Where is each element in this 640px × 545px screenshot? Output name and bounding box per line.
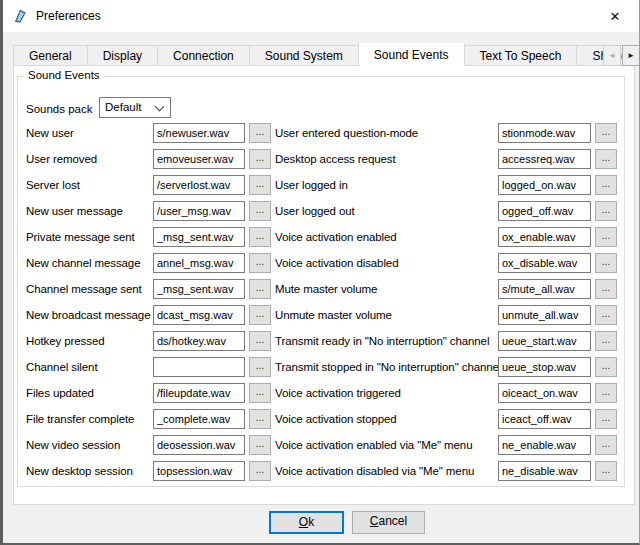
- browse-button-mute-master-volume[interactable]: ...: [595, 279, 617, 299]
- event-label-file-transfer-complete: File transfer complete: [26, 409, 149, 429]
- groupbox-title: Sound Events: [24, 69, 104, 81]
- event-file-input-new-broadcast-message[interactable]: [153, 305, 245, 325]
- ok-button[interactable]: Ok: [269, 511, 344, 534]
- browse-button-channel-silent[interactable]: ...: [249, 357, 271, 377]
- browse-button-server-lost[interactable]: ...: [249, 175, 271, 195]
- event-file-input-user-removed[interactable]: [153, 149, 245, 169]
- event-label-user-logged-out: User logged out: [275, 201, 494, 221]
- browse-button-desktop-access-request[interactable]: ...: [595, 149, 617, 169]
- event-label-channel-message-sent: Channel message sent: [26, 279, 149, 299]
- event-file-input-voice-activation-triggered[interactable]: [498, 383, 591, 403]
- browse-button-transmit-stopped-in-no-interruption-channel[interactable]: ...: [595, 357, 617, 377]
- event-label-hotkey-pressed: Hotkey pressed: [26, 331, 149, 351]
- browse-button-new-broadcast-message[interactable]: ...: [249, 305, 271, 325]
- browse-button-new-channel-message[interactable]: ...: [249, 253, 271, 273]
- browse-button-voice-activation-enabled-via-me-menu[interactable]: ...: [595, 435, 617, 455]
- event-file-input-voice-activation-disabled-via-me-menu[interactable]: [498, 461, 591, 481]
- browse-button-user-removed[interactable]: ...: [249, 149, 271, 169]
- browse-button-voice-activation-enabled[interactable]: ...: [595, 227, 617, 247]
- browse-button-transmit-ready-in-no-interruption-channel[interactable]: ...: [595, 331, 617, 351]
- browse-button-new-video-session[interactable]: ...: [249, 435, 271, 455]
- event-file-input-voice-activation-enabled-via-me-menu[interactable]: [498, 435, 591, 455]
- event-label-new-user: New user: [26, 123, 149, 143]
- browse-button-channel-message-sent[interactable]: ...: [249, 279, 271, 299]
- sounds-pack-value: Default: [105, 101, 141, 113]
- event-label-new-desktop-session: New desktop session: [26, 461, 149, 481]
- event-file-input-channel-silent[interactable]: [153, 357, 245, 377]
- event-file-input-private-message-sent[interactable]: [153, 227, 245, 247]
- event-file-input-mute-master-volume[interactable]: [498, 279, 591, 299]
- event-file-input-file-transfer-complete[interactable]: [153, 409, 245, 429]
- event-file-input-new-video-session[interactable]: [153, 435, 245, 455]
- tab-connection[interactable]: Connection: [157, 45, 250, 66]
- browse-button-voice-activation-disabled-via-me-menu[interactable]: ...: [595, 461, 617, 481]
- event-file-input-user-logged-in[interactable]: [498, 175, 591, 195]
- event-file-input-voice-activation-enabled[interactable]: [498, 227, 591, 247]
- cancel-button-label: Cancel: [353, 512, 424, 531]
- browse-button-voice-activation-stopped[interactable]: ...: [595, 409, 617, 429]
- ok-button-label: Ok: [271, 513, 342, 532]
- event-label-mute-master-volume: Mute master volume: [275, 279, 494, 299]
- event-file-input-voice-activation-stopped[interactable]: [498, 409, 591, 429]
- event-file-input-transmit-ready-in-no-interruption-channel[interactable]: [498, 331, 591, 351]
- tab-text-to-speech[interactable]: Text To Speech: [464, 45, 578, 66]
- event-label-desktop-access-request: Desktop access request: [275, 149, 494, 169]
- event-file-input-hotkey-pressed[interactable]: [153, 331, 245, 351]
- browse-button-voice-activation-disabled[interactable]: ...: [595, 253, 617, 273]
- event-label-voice-activation-triggered: Voice activation triggered: [275, 383, 494, 403]
- browse-button-user-entered-question-mode[interactable]: ...: [595, 123, 617, 143]
- app-icon: [12, 8, 28, 24]
- browse-button-new-user[interactable]: ...: [249, 123, 271, 143]
- event-file-input-channel-message-sent[interactable]: [153, 279, 245, 299]
- event-label-new-video-session: New video session: [26, 435, 149, 455]
- tab-general[interactable]: General: [13, 45, 88, 66]
- browse-button-new-user-message[interactable]: ...: [249, 201, 271, 221]
- event-label-voice-activation-disabled-via-me-menu: Voice activation disabled via "Me" menu: [275, 461, 494, 481]
- event-file-input-server-lost[interactable]: [153, 175, 245, 195]
- event-label-voice-activation-stopped: Voice activation stopped: [275, 409, 494, 429]
- browse-button-hotkey-pressed[interactable]: ...: [249, 331, 271, 351]
- event-file-input-new-user-message[interactable]: [153, 201, 245, 221]
- cancel-button[interactable]: Cancel: [352, 511, 425, 534]
- event-file-input-new-desktop-session[interactable]: [153, 461, 245, 481]
- event-label-transmit-ready-in-no-interruption-channel: Transmit ready in "No interruption" chan…: [275, 331, 494, 351]
- event-file-input-user-entered-question-mode[interactable]: [498, 123, 591, 143]
- event-label-voice-activation-enabled-via-me-menu: Voice activation enabled via "Me" menu: [275, 435, 494, 455]
- event-file-input-new-channel-message[interactable]: [153, 253, 245, 273]
- event-file-input-desktop-access-request[interactable]: [498, 149, 591, 169]
- title-bar: Preferences ✕: [3, 0, 639, 32]
- tab-scroll-left-button[interactable]: ◄: [603, 45, 621, 66]
- event-file-input-files-updated[interactable]: [153, 383, 245, 403]
- event-label-private-message-sent: Private message sent: [26, 227, 149, 247]
- event-file-input-unmute-master-volume[interactable]: [498, 305, 591, 325]
- event-label-new-user-message: New user message: [26, 201, 149, 221]
- tab-sound-events[interactable]: Sound Events: [358, 43, 465, 66]
- browse-button-private-message-sent[interactable]: ...: [249, 227, 271, 247]
- sounds-pack-select[interactable]: Default: [99, 97, 171, 118]
- browse-button-user-logged-out[interactable]: ...: [595, 201, 617, 221]
- chevron-down-icon: [155, 102, 165, 112]
- event-file-input-new-user[interactable]: [153, 123, 245, 143]
- browse-button-file-transfer-complete[interactable]: ...: [249, 409, 271, 429]
- browse-button-unmute-master-volume[interactable]: ...: [595, 305, 617, 325]
- event-label-files-updated: Files updated: [26, 383, 149, 403]
- event-file-input-user-logged-out[interactable]: [498, 201, 591, 221]
- event-label-unmute-master-volume: Unmute master volume: [275, 305, 494, 325]
- tab-sound-system[interactable]: Sound System: [249, 45, 359, 66]
- browse-button-new-desktop-session[interactable]: ...: [249, 461, 271, 481]
- event-label-new-broadcast-message: New broadcast message: [26, 305, 149, 325]
- event-file-input-voice-activation-disabled[interactable]: [498, 253, 591, 273]
- tab-scroll-right-button[interactable]: ►: [622, 45, 640, 66]
- event-label-voice-activation-disabled: Voice activation disabled: [275, 253, 494, 273]
- event-label-user-entered-question-mode: User entered question-mode: [275, 123, 494, 143]
- event-file-input-transmit-stopped-in-no-interruption-channel[interactable]: [498, 357, 591, 377]
- sound-events-groupbox: Sound Events Sounds pack Default New use…: [17, 76, 625, 487]
- tab-display[interactable]: Display: [87, 45, 158, 66]
- tab-strip: GeneralDisplayConnectionSound SystemSoun…: [13, 43, 640, 66]
- close-button[interactable]: ✕: [599, 5, 631, 27]
- sound-event-rows: New user...User entered question-mode...…: [26, 123, 617, 481]
- event-label-new-channel-message: New channel message: [26, 253, 149, 273]
- browse-button-user-logged-in[interactable]: ...: [595, 175, 617, 195]
- browse-button-voice-activation-triggered[interactable]: ...: [595, 383, 617, 403]
- browse-button-files-updated[interactable]: ...: [249, 383, 271, 403]
